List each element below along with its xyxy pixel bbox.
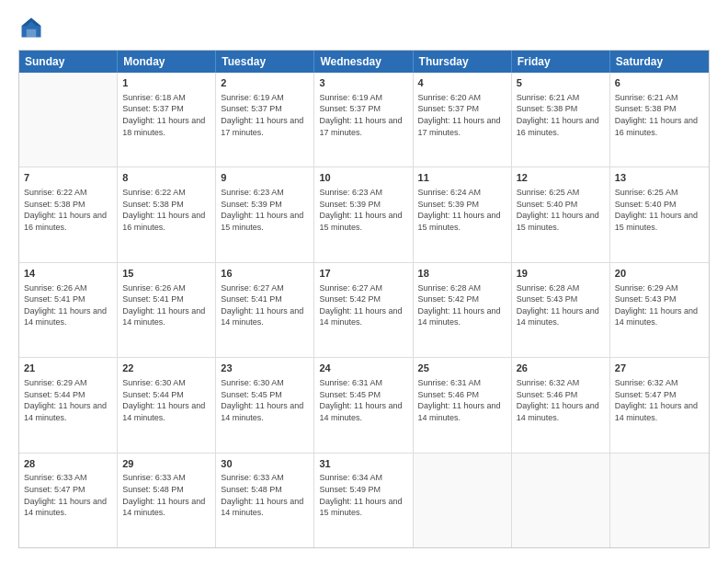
calendar-cell-13: 13Sunrise: 6:25 AMSunset: 5:40 PMDayligh… xyxy=(610,167,709,261)
day-number: 30 xyxy=(221,457,309,471)
cell-info: Sunrise: 6:34 AMSunset: 5:49 PMDaylight:… xyxy=(319,472,407,518)
cell-info: Sunrise: 6:25 AMSunset: 5:40 PMDaylight:… xyxy=(615,187,704,233)
day-number: 25 xyxy=(418,362,506,375)
cell-info: Sunrise: 6:22 AMSunset: 5:38 PMDaylight:… xyxy=(122,187,210,233)
calendar-cell-12: 12Sunrise: 6:25 AMSunset: 5:40 PMDayligh… xyxy=(512,167,610,261)
day-number: 16 xyxy=(221,267,309,281)
cell-info: Sunrise: 6:27 AMSunset: 5:42 PMDaylight:… xyxy=(319,282,407,328)
day-number: 19 xyxy=(517,267,605,281)
calendar-cell-2: 2Sunrise: 6:19 AMSunset: 5:37 PMDaylight… xyxy=(216,73,314,167)
calendar-cell-30: 30Sunrise: 6:33 AMSunset: 5:48 PMDayligh… xyxy=(216,454,314,547)
calendar-cell-4: 4Sunrise: 6:20 AMSunset: 5:37 PMDaylight… xyxy=(414,73,512,167)
calendar-cell-18: 18Sunrise: 6:28 AMSunset: 5:42 PMDayligh… xyxy=(414,263,512,357)
calendar-row-1: 7Sunrise: 6:22 AMSunset: 5:38 PMDaylight… xyxy=(19,167,709,261)
cell-info: Sunrise: 6:33 AMSunset: 5:48 PMDaylight:… xyxy=(221,472,309,518)
cell-info: Sunrise: 6:30 AMSunset: 5:44 PMDaylight:… xyxy=(122,377,210,423)
svg-rect-2 xyxy=(27,29,37,38)
day-number: 2 xyxy=(221,76,309,90)
calendar-cell-3: 3Sunrise: 6:19 AMSunset: 5:37 PMDaylight… xyxy=(314,73,413,167)
day-number: 20 xyxy=(615,267,704,281)
day-number: 12 xyxy=(517,171,605,185)
cell-info: Sunrise: 6:26 AMSunset: 5:41 PMDaylight:… xyxy=(24,282,112,328)
cell-info: Sunrise: 6:19 AMSunset: 5:37 PMDaylight:… xyxy=(319,92,407,138)
calendar-grid: SundayMondayTuesdayWednesdayThursdayFrid… xyxy=(18,50,710,548)
day-number: 11 xyxy=(418,171,506,185)
cell-info: Sunrise: 6:31 AMSunset: 5:46 PMDaylight:… xyxy=(418,377,506,423)
day-number: 17 xyxy=(319,267,407,281)
header-day-sunday: Sunday xyxy=(19,51,118,73)
day-number: 24 xyxy=(319,362,407,375)
calendar-cell-22: 22Sunrise: 6:30 AMSunset: 5:44 PMDayligh… xyxy=(118,358,216,452)
cell-info: Sunrise: 6:29 AMSunset: 5:44 PMDaylight:… xyxy=(24,377,112,423)
calendar-row-3: 21Sunrise: 6:29 AMSunset: 5:44 PMDayligh… xyxy=(19,357,709,452)
calendar-cell-empty-4-6 xyxy=(610,454,709,547)
cell-info: Sunrise: 6:29 AMSunset: 5:43 PMDaylight:… xyxy=(615,282,704,328)
day-number: 26 xyxy=(517,362,605,375)
calendar-cell-empty-0-0 xyxy=(19,73,118,167)
calendar-cell-26: 26Sunrise: 6:32 AMSunset: 5:46 PMDayligh… xyxy=(512,358,610,452)
cell-info: Sunrise: 6:23 AMSunset: 5:39 PMDaylight:… xyxy=(221,187,309,233)
cell-info: Sunrise: 6:20 AMSunset: 5:37 PMDaylight:… xyxy=(418,92,506,138)
day-number: 5 xyxy=(517,76,605,90)
cell-info: Sunrise: 6:28 AMSunset: 5:42 PMDaylight:… xyxy=(418,282,506,328)
day-number: 14 xyxy=(24,267,112,281)
day-number: 23 xyxy=(221,362,309,375)
calendar-cell-27: 27Sunrise: 6:32 AMSunset: 5:47 PMDayligh… xyxy=(610,358,709,452)
day-number: 1 xyxy=(122,76,210,90)
calendar-cell-6: 6Sunrise: 6:21 AMSunset: 5:38 PMDaylight… xyxy=(610,73,709,167)
logo xyxy=(18,15,48,40)
day-number: 31 xyxy=(319,457,407,471)
calendar-cell-5: 5Sunrise: 6:21 AMSunset: 5:38 PMDaylight… xyxy=(512,73,610,167)
calendar-cell-19: 19Sunrise: 6:28 AMSunset: 5:43 PMDayligh… xyxy=(512,263,610,357)
cell-info: Sunrise: 6:24 AMSunset: 5:39 PMDaylight:… xyxy=(418,187,506,233)
header-day-wednesday: Wednesday xyxy=(314,51,413,73)
calendar-cell-11: 11Sunrise: 6:24 AMSunset: 5:39 PMDayligh… xyxy=(414,167,512,261)
cell-info: Sunrise: 6:33 AMSunset: 5:47 PMDaylight:… xyxy=(24,472,112,518)
cell-info: Sunrise: 6:23 AMSunset: 5:39 PMDaylight:… xyxy=(319,187,407,233)
calendar-cell-15: 15Sunrise: 6:26 AMSunset: 5:41 PMDayligh… xyxy=(118,263,216,357)
day-number: 3 xyxy=(319,76,407,90)
cell-info: Sunrise: 6:21 AMSunset: 5:38 PMDaylight:… xyxy=(615,92,704,138)
day-number: 15 xyxy=(122,267,210,281)
cell-info: Sunrise: 6:33 AMSunset: 5:48 PMDaylight:… xyxy=(122,472,210,518)
header-day-thursday: Thursday xyxy=(414,51,512,73)
day-number: 27 xyxy=(615,362,704,375)
cell-info: Sunrise: 6:19 AMSunset: 5:37 PMDaylight:… xyxy=(221,92,309,138)
calendar-cell-23: 23Sunrise: 6:30 AMSunset: 5:45 PMDayligh… xyxy=(216,358,314,452)
calendar-row-4: 28Sunrise: 6:33 AMSunset: 5:47 PMDayligh… xyxy=(19,453,709,547)
calendar-cell-16: 16Sunrise: 6:27 AMSunset: 5:41 PMDayligh… xyxy=(216,263,314,357)
day-number: 4 xyxy=(418,76,506,90)
cell-info: Sunrise: 6:21 AMSunset: 5:38 PMDaylight:… xyxy=(517,92,605,138)
day-number: 28 xyxy=(24,457,112,471)
calendar-row-2: 14Sunrise: 6:26 AMSunset: 5:41 PMDayligh… xyxy=(19,262,709,357)
cell-info: Sunrise: 6:32 AMSunset: 5:46 PMDaylight:… xyxy=(517,377,605,423)
day-number: 21 xyxy=(24,362,112,375)
header-day-friday: Friday xyxy=(512,51,610,73)
day-number: 22 xyxy=(122,362,210,375)
cell-info: Sunrise: 6:28 AMSunset: 5:43 PMDaylight:… xyxy=(517,282,605,328)
calendar-cell-1: 1Sunrise: 6:18 AMSunset: 5:37 PMDaylight… xyxy=(118,73,216,167)
day-number: 6 xyxy=(615,76,704,90)
calendar-body: 1Sunrise: 6:18 AMSunset: 5:37 PMDaylight… xyxy=(19,73,709,547)
day-number: 18 xyxy=(418,267,506,281)
day-number: 10 xyxy=(319,171,407,185)
day-number: 8 xyxy=(122,171,210,185)
calendar-cell-20: 20Sunrise: 6:29 AMSunset: 5:43 PMDayligh… xyxy=(610,263,709,357)
header-day-saturday: Saturday xyxy=(610,51,709,73)
calendar-cell-31: 31Sunrise: 6:34 AMSunset: 5:49 PMDayligh… xyxy=(314,454,413,547)
day-number: 29 xyxy=(122,457,210,471)
calendar-cell-21: 21Sunrise: 6:29 AMSunset: 5:44 PMDayligh… xyxy=(19,358,118,452)
calendar-cell-14: 14Sunrise: 6:26 AMSunset: 5:41 PMDayligh… xyxy=(19,263,118,357)
calendar-row-0: 1Sunrise: 6:18 AMSunset: 5:37 PMDaylight… xyxy=(19,73,709,167)
calendar-cell-empty-4-5 xyxy=(512,454,610,547)
day-number: 9 xyxy=(221,171,309,185)
cell-info: Sunrise: 6:25 AMSunset: 5:40 PMDaylight:… xyxy=(517,187,605,233)
page-header xyxy=(18,15,710,40)
calendar-cell-17: 17Sunrise: 6:27 AMSunset: 5:42 PMDayligh… xyxy=(314,263,413,357)
cell-info: Sunrise: 6:18 AMSunset: 5:37 PMDaylight:… xyxy=(122,92,210,138)
day-number: 7 xyxy=(24,171,112,185)
cell-info: Sunrise: 6:30 AMSunset: 5:45 PMDaylight:… xyxy=(221,377,309,423)
calendar-cell-10: 10Sunrise: 6:23 AMSunset: 5:39 PMDayligh… xyxy=(314,167,413,261)
logo-icon xyxy=(18,15,44,40)
calendar-cell-24: 24Sunrise: 6:31 AMSunset: 5:45 PMDayligh… xyxy=(314,358,413,452)
